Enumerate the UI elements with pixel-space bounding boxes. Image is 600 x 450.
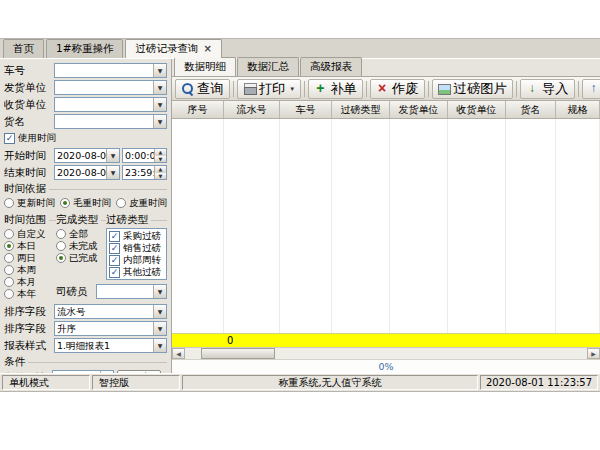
tab-advanced-report[interactable]: 高级报表 [300,57,362,76]
report-style-label: 报表样式 [4,339,54,353]
time-range-custom[interactable]: 自定义 [4,228,56,240]
grid-column [172,119,224,333]
column-label: 发货单位 [399,103,439,117]
sort-field-combobox[interactable]: 流水号 ▼ [54,304,167,319]
status-datetime: 2020-08-01 11:23:57 [480,375,598,390]
tab-record-query[interactable]: 过磅记录查询 × [125,39,221,58]
time-range-year[interactable]: 本年 [4,288,56,300]
chevron-down-icon[interactable]: ▼ [153,115,166,128]
complete-unfinished[interactable]: 未完成 [56,240,106,252]
use-time-checkbox[interactable]: ✓ 使用时间 [4,133,56,145]
column-header-serial[interactable]: 流水号 [224,101,280,118]
end-time-label: 结束时间 [4,166,54,180]
scroll-left-icon[interactable]: ◀ [172,348,185,359]
grid-column [506,119,556,333]
end-date-combobox[interactable]: 2020-08-01 ▼ [54,165,120,180]
button-label: 导入 [542,80,569,98]
chevron-down-icon[interactable]: ▼ [106,149,119,162]
tab-data-detail[interactable]: 数据明细 [174,57,236,76]
chevron-down-icon[interactable]: ▼ [153,81,166,94]
weigh-photos-button[interactable]: 过磅图片 [432,79,513,99]
plus-icon [314,82,327,95]
tab-home[interactable]: 首页 [3,39,44,58]
vehicle-combobox[interactable]: ▼ [54,63,167,78]
weigh-type-internal[interactable]: ✓内部周转 [109,254,164,266]
scrollbar-thumb[interactable] [201,348,275,359]
column-header-goods[interactable]: 货名 [506,101,556,118]
chevron-down-icon[interactable]: ▼ [289,86,295,92]
radio-label: 本年 [17,288,36,301]
column-header-shipper[interactable]: 发货单位 [390,101,448,118]
import-icon [526,82,539,95]
radio-icon [4,198,14,208]
radio-selected-icon [60,198,70,208]
complete-all[interactable]: 全部 [56,228,106,240]
sort-order-label: 排序字段 [4,322,54,336]
supplement-order-button[interactable]: 补单 [308,79,363,99]
spin-down-icon[interactable]: ▼ [155,156,166,163]
shipper-combobox[interactable]: ▼ [54,80,167,95]
column-header-receiver[interactable]: 收货单位 [448,101,506,118]
scroll-right-icon[interactable]: ▶ [587,348,600,359]
spinner-arrows[interactable]: ▲▼ [154,166,166,179]
report-style-combobox[interactable]: 1.明细报表1 ▼ [54,338,167,353]
weigh-type-other[interactable]: ✓其他过磅 [109,266,164,278]
weigher-combobox[interactable]: ▼ [96,284,167,299]
chevron-down-icon[interactable]: ▼ [153,322,166,335]
sort-field-label: 排序字段 [4,305,54,319]
tab-weigh-operation[interactable]: 1#称重操作 [46,39,123,58]
grid-column [332,119,390,333]
close-icon[interactable]: × [203,44,211,54]
column-header-seq[interactable]: 序号 [172,101,224,118]
grid-column [390,119,448,333]
time-range-month[interactable]: 本月 [4,276,56,288]
time-range-two-days[interactable]: 两日 [4,252,56,264]
sort-order-combobox[interactable]: 升序 ▼ [54,321,167,336]
checkbox-checked-icon: ✓ [109,243,120,254]
weigh-type-sales[interactable]: ✓销售过磅 [109,242,164,254]
screen: 首页 1#称重操作 过磅记录查询 × 车号 ▼ [0,0,600,450]
weigh-type-purchase[interactable]: ✓采购过磅 [109,230,164,242]
column-header-spec[interactable]: 规格 [556,101,600,118]
chevron-down-icon[interactable]: ▼ [153,64,166,77]
scrollbar-track[interactable] [185,348,587,359]
radio-icon [4,277,14,287]
chevron-down-icon[interactable]: ▼ [153,98,166,111]
spinner-arrows[interactable]: ▲▼ [154,149,166,162]
horizontal-scrollbar[interactable]: ◀ ▶ [172,347,600,359]
radio-icon [4,229,14,239]
spin-down-icon[interactable]: ▼ [155,173,166,180]
chevron-down-icon[interactable]: ▼ [106,166,119,179]
end-date-value: 2020-08-01 [55,166,106,179]
time-basis-gross[interactable]: 毛重时间 [60,197,116,209]
goods-value [55,115,153,128]
print-button[interactable]: 打印 ▼ [237,79,302,99]
search-icon [181,82,194,95]
goods-combobox[interactable]: ▼ [54,114,167,129]
start-date-combobox[interactable]: 2020-08-01 ▼ [54,148,120,163]
complete-finished[interactable]: 已完成 [56,252,106,264]
import-button[interactable]: 导入 [520,79,575,99]
chevron-down-icon[interactable]: ▼ [153,339,166,352]
grid-body[interactable] [172,119,600,333]
time-basis-section: 时间依据 [4,183,167,195]
void-button[interactable]: 作废 [370,79,425,99]
column-header-weigh-type[interactable]: 过磅类型 [332,101,390,118]
checkbox-checked-icon: ✓ [4,133,15,144]
tab-data-summary[interactable]: 数据汇总 [237,57,299,76]
query-button[interactable]: 查询 [175,79,230,99]
summary-count: 0 [224,335,280,346]
receiver-label: 收货单位 [4,98,54,112]
time-range-week[interactable]: 本周 [4,264,56,276]
start-time-spinner[interactable]: 0:00:00 ▲▼ [122,148,167,163]
export-button[interactable]: 导出 ▼ [582,79,600,99]
receiver-combobox[interactable]: ▼ [54,97,167,112]
column-header-vehicle[interactable]: 车号 [280,101,332,118]
chevron-down-icon[interactable]: ▼ [153,285,166,298]
time-basis-update[interactable]: 更新时间 [4,197,60,209]
end-time-spinner[interactable]: 23:59:59 ▲▼ [122,165,167,180]
time-basis-tare[interactable]: 皮重时间 [116,197,167,209]
chevron-down-icon[interactable]: ▼ [153,305,166,318]
time-range-today[interactable]: 本日 [4,240,56,252]
tab-weigh-operation-label: 1#称重操作 [56,42,113,56]
